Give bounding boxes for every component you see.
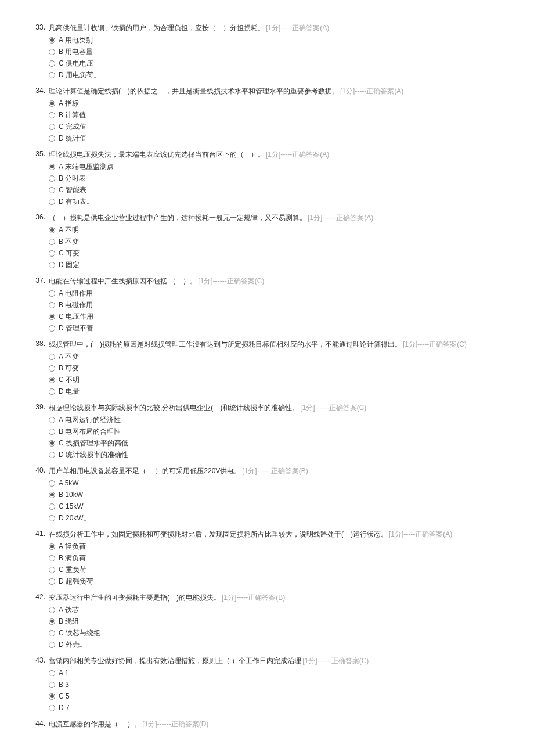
question-text: 理论线损电压损失法，最末端电表应该优先选择当前台区下的（ ）。 xyxy=(49,150,265,159)
option-row[interactable]: C 供电电压 xyxy=(49,57,505,69)
radio-icon[interactable] xyxy=(49,567,55,573)
radio-icon[interactable] xyxy=(49,175,55,182)
radio-icon[interactable] xyxy=(49,72,55,78)
option-label: B 可变 xyxy=(59,362,79,374)
option-row[interactable]: B 电网布局的合理性 xyxy=(49,426,505,437)
option-row[interactable]: A 末端电压监测点 xyxy=(49,161,505,172)
radio-icon[interactable] xyxy=(49,377,55,383)
option-row[interactable]: C 铁芯与绕组 xyxy=(49,627,505,639)
option-row[interactable]: B 10kW xyxy=(49,489,505,501)
radio-icon[interactable] xyxy=(49,290,55,297)
radio-icon[interactable] xyxy=(49,325,55,332)
option-row[interactable]: A 不明 xyxy=(49,224,505,236)
radio-icon[interactable] xyxy=(49,705,55,711)
radio-icon[interactable] xyxy=(49,164,55,170)
option-row[interactable]: D 20kW。 xyxy=(49,512,505,524)
option-row[interactable]: D 用电负荷。 xyxy=(49,69,505,81)
question-item: 38.线损管理中，( )损耗的原因是对线损管理工作没有达到与所定损耗目标值相对应… xyxy=(29,340,505,397)
option-row[interactable]: A 1 xyxy=(49,667,505,679)
option-row[interactable]: A 用电类别 xyxy=(49,34,505,46)
radio-icon[interactable] xyxy=(49,60,55,67)
radio-icon[interactable] xyxy=(49,618,55,625)
option-row[interactable]: D 管理不善 xyxy=(49,322,505,334)
radio-icon[interactable] xyxy=(49,642,55,648)
option-row[interactable]: B 不变 xyxy=(49,236,505,247)
radio-icon[interactable] xyxy=(49,199,55,205)
radio-icon[interactable] xyxy=(49,37,55,44)
option-row[interactable]: C 完成值 xyxy=(49,121,505,132)
radio-icon[interactable] xyxy=(49,555,55,561)
option-row[interactable]: D 固定 xyxy=(49,259,505,271)
radio-icon[interactable] xyxy=(49,227,55,233)
option-row[interactable]: B 用电容量 xyxy=(49,46,505,57)
option-row[interactable]: C 重负荷 xyxy=(49,564,505,575)
option-row[interactable]: A 电阻作用 xyxy=(49,287,505,299)
radio-icon[interactable] xyxy=(49,187,55,193)
radio-icon[interactable] xyxy=(49,480,55,487)
radio-icon[interactable] xyxy=(49,302,55,308)
option-row[interactable]: C 不明 xyxy=(49,374,505,386)
radio-icon[interactable] xyxy=(49,670,55,676)
option-row[interactable]: D 外壳。 xyxy=(49,639,505,650)
radio-icon[interactable] xyxy=(49,492,55,498)
radio-icon[interactable] xyxy=(49,354,55,360)
question-text: （ ）损耗是供电企业营业过程中产生的，这种损耗一般无一定规律，又不易测算。 xyxy=(49,214,306,222)
question-meta: [1分]-----正确答案(A) xyxy=(389,530,452,538)
option-label: C 可变 xyxy=(59,247,80,259)
radio-icon[interactable] xyxy=(49,607,55,613)
option-row[interactable]: A 5kW xyxy=(49,477,505,489)
radio-icon[interactable] xyxy=(49,314,55,320)
option-row[interactable]: B 3 xyxy=(49,679,505,690)
radio-icon[interactable] xyxy=(49,250,55,257)
option-label: B 分时表 xyxy=(59,172,86,184)
radio-icon[interactable] xyxy=(49,578,55,585)
radio-icon[interactable] xyxy=(49,452,55,458)
option-label: B 满负荷 xyxy=(59,552,86,564)
option-row[interactable]: D 有功表。 xyxy=(49,196,505,207)
option-row[interactable]: B 计算值 xyxy=(49,109,505,121)
option-row[interactable]: D 超强负荷 xyxy=(49,575,505,587)
radio-icon[interactable] xyxy=(49,440,55,447)
question-meta: [1分]------正确答案(C) xyxy=(300,404,366,412)
radio-icon[interactable] xyxy=(49,429,55,435)
option-row[interactable]: B 满负荷 xyxy=(49,552,505,564)
option-row[interactable]: D 7 xyxy=(49,702,505,714)
option-row[interactable]: C 电压作用 xyxy=(49,311,505,322)
radio-icon[interactable] xyxy=(49,112,55,118)
option-row[interactable]: C 可变 xyxy=(49,247,505,259)
option-row[interactable]: B 可变 xyxy=(49,362,505,374)
radio-icon[interactable] xyxy=(49,49,55,55)
radio-icon[interactable] xyxy=(49,124,55,130)
radio-icon[interactable] xyxy=(49,239,55,245)
radio-icon[interactable] xyxy=(49,515,55,521)
option-row[interactable]: D 统计线损率的准确性 xyxy=(49,449,505,460)
option-row[interactable]: A 电网运行的经济性 xyxy=(49,414,505,426)
radio-icon[interactable] xyxy=(49,100,55,107)
option-row[interactable]: A 铁芯 xyxy=(49,604,505,615)
option-row[interactable]: B 电磁作用 xyxy=(49,299,505,311)
option-label: B 电磁作用 xyxy=(59,299,93,311)
radio-icon[interactable] xyxy=(49,365,55,372)
option-row[interactable]: C 智能表 xyxy=(49,184,505,196)
option-row[interactable]: D 电量 xyxy=(49,386,505,397)
radio-icon[interactable] xyxy=(49,693,55,700)
radio-icon[interactable] xyxy=(49,543,55,550)
radio-icon[interactable] xyxy=(49,262,55,268)
option-row[interactable]: C 15kW xyxy=(49,501,505,512)
option-row[interactable]: A 指标 xyxy=(49,98,505,109)
option-row[interactable]: A 轻负荷 xyxy=(49,541,505,552)
radio-icon[interactable] xyxy=(49,417,55,423)
option-row[interactable]: A 不变 xyxy=(49,351,505,362)
radio-icon[interactable] xyxy=(49,630,55,636)
option-row[interactable]: C 5 xyxy=(49,690,505,702)
radio-icon[interactable] xyxy=(49,135,55,142)
option-row[interactable]: C 线损管理水平的高低 xyxy=(49,437,505,449)
option-row[interactable]: D 统计值 xyxy=(49,132,505,144)
option-row[interactable]: B 绕组 xyxy=(49,615,505,627)
radio-icon[interactable] xyxy=(49,388,55,395)
radio-icon[interactable] xyxy=(49,503,55,510)
option-list: A 不明B 不变C 可变D 固定 xyxy=(49,224,505,271)
radio-icon[interactable] xyxy=(49,682,55,688)
question-text: 变压器运行中产生的可变损耗主要是指( )的电能损失。 xyxy=(49,593,221,602)
option-row[interactable]: B 分时表 xyxy=(49,172,505,184)
